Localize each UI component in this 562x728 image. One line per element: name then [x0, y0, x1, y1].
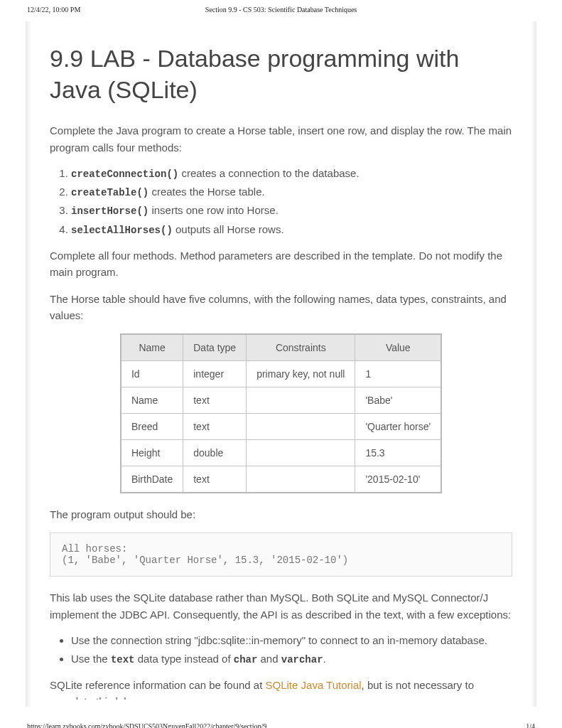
list-item: Use the text data type instead of char a… — [71, 651, 512, 667]
print-url: https://learn.zybooks.com/zybook/SDSUCS5… — [27, 722, 266, 728]
table-cell — [247, 387, 355, 414]
method-desc: creates a connection to the database. — [178, 167, 359, 179]
table-cell: 'Quarter horse' — [355, 414, 441, 440]
table-header: Value — [355, 334, 441, 361]
method-desc: creates the Horse table. — [148, 186, 264, 198]
table-row: BirthDate text '2015-02-10' — [121, 466, 441, 493]
code-method: createTable() — [71, 187, 148, 198]
table-row: Breed text 'Quarter horse' — [121, 414, 441, 440]
table-header: Data type — [183, 334, 247, 361]
text: and — [257, 653, 281, 665]
table-row: Height double 15.3 — [121, 440, 441, 466]
table-cell: text — [183, 387, 247, 414]
table-cell: Name — [121, 387, 183, 414]
table-row: Name text 'Babe' — [121, 387, 441, 414]
page-shadow-right — [531, 21, 536, 707]
table-cell — [247, 414, 355, 440]
table-cell: 1 — [355, 361, 441, 387]
code-inline: char — [234, 654, 258, 665]
text: Use the — [71, 653, 111, 665]
text: SQLite reference information can be foun… — [50, 679, 266, 691]
list-item: createTable() creates the Horse table. — [71, 184, 512, 200]
code-inline: text — [111, 654, 135, 665]
table-cell: Id — [121, 361, 183, 387]
table-cell: text — [183, 466, 247, 493]
page-shadow-left — [26, 21, 31, 707]
document-content: 9.9 LAB - Database programming with Java… — [50, 43, 512, 700]
table-cell: text — [183, 414, 247, 440]
paragraph: This lab uses the SQLite database rather… — [50, 589, 512, 623]
exceptions-list: Use the connection string "jdbc:sqlite::… — [71, 633, 512, 667]
table-header-row: Name Data type Constraints Value — [121, 334, 441, 361]
code-method: createConnection() — [71, 168, 178, 180]
code-method: insertHorse() — [71, 205, 148, 217]
horse-table: Name Data type Constraints Value Id inte… — [120, 333, 442, 493]
method-desc: inserts one row into Horse. — [148, 204, 279, 216]
table-cell: integer — [183, 361, 247, 387]
table-cell: Breed — [121, 414, 183, 440]
table-row: Id integer primary key, not null 1 — [121, 361, 441, 387]
list-item: selectAllHorses() outputs all Horse rows… — [71, 222, 512, 237]
print-title: Section 9.9 - CS 503: Scientific Databas… — [0, 6, 562, 14]
table-cell: primary key, not null — [247, 361, 355, 387]
paragraph: The program output should be: — [50, 506, 512, 523]
table-cell — [247, 466, 355, 493]
page-title: 9.9 LAB - Database programming with Java… — [50, 43, 512, 105]
paragraph: Complete all four methods. Method parame… — [50, 247, 512, 281]
table-cell: '2015-02-10' — [355, 466, 441, 493]
table-cell: 'Babe' — [355, 387, 441, 414]
print-page-number: 1/4 — [526, 722, 535, 728]
sqlite-tutorial-link[interactable]: SQLite Java Tutorial — [266, 679, 362, 691]
code-method: selectAllHorses() — [71, 225, 173, 236]
table-cell: BirthDate — [121, 466, 183, 493]
list-item: Use the connection string "jdbc:sqlite::… — [71, 633, 512, 648]
paragraph: The Horse table should have five columns… — [50, 291, 512, 324]
methods-list: createConnection() creates a connection … — [71, 166, 512, 237]
table-cell: 15.3 — [355, 440, 441, 466]
intro-paragraph: Complete the Java program to create a Ho… — [50, 122, 512, 156]
method-desc: outputs all Horse rows. — [173, 223, 284, 235]
table-cell: double — [183, 440, 247, 466]
table-cell — [247, 440, 355, 466]
paragraph: SQLite reference information can be foun… — [50, 677, 512, 700]
code-inline: varchar — [281, 654, 323, 665]
program-output: All horses: (1, 'Babe', 'Quarter Horse',… — [50, 532, 512, 577]
text: data type instead of — [134, 653, 233, 665]
text: . — [323, 653, 326, 665]
table-header: Name — [121, 334, 183, 361]
table-header: Constraints — [247, 334, 355, 361]
list-item: createConnection() creates a connection … — [71, 166, 512, 181]
table-cell: Height — [121, 440, 183, 466]
list-item: insertHorse() inserts one row into Horse… — [71, 203, 512, 218]
